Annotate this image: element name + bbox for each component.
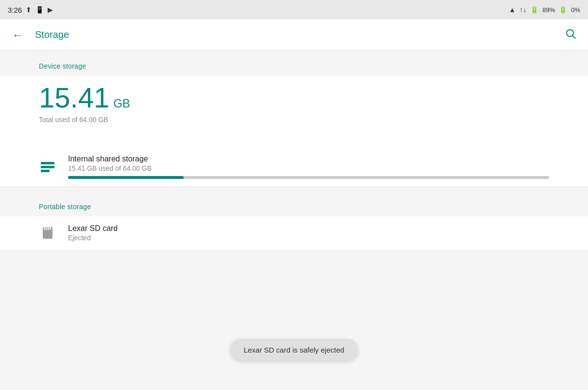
internal-storage-subtitle: 15.41 GB used of 64.00 GB bbox=[68, 164, 549, 172]
status-bar-left: 3:26 ⬆ 📱 ▶ bbox=[8, 6, 53, 14]
battery-icon: 🔋 bbox=[530, 6, 538, 14]
battery-percent: 89% bbox=[542, 6, 555, 14]
toast-text: Lexar SD card is safely ejected bbox=[244, 346, 345, 354]
svg-rect-5 bbox=[48, 227, 49, 230]
signal-icon: ↑↓ bbox=[519, 6, 526, 14]
sd-card-icon bbox=[39, 224, 56, 242]
wifi-icon: ▲ bbox=[509, 6, 516, 14]
svg-rect-6 bbox=[50, 227, 51, 230]
storage-total-label: Total used of 64.00 GB bbox=[39, 114, 549, 135]
sd-card-subtitle: Ejected bbox=[68, 234, 549, 242]
internal-icon bbox=[41, 162, 54, 172]
portable-storage-section: Portable storage Lexar SD card Ejected bbox=[0, 191, 588, 249]
battery2-icon: 🔋 bbox=[559, 6, 567, 14]
storage-used-number: 15.41 bbox=[39, 84, 109, 112]
status-bar-right: ▲ ↑↓ 🔋 89% 🔋 0% bbox=[509, 6, 580, 14]
device-storage-header: Device storage bbox=[0, 51, 588, 76]
svg-rect-4 bbox=[46, 227, 47, 230]
sd-card-title: Lexar SD card bbox=[68, 224, 549, 233]
storage-unit: GB bbox=[113, 97, 130, 110]
search-icon bbox=[565, 28, 576, 42]
app-bar-left: ← Storage bbox=[8, 25, 69, 45]
play-icon: ▶ bbox=[48, 6, 53, 14]
status-time: 3:26 bbox=[8, 6, 22, 14]
internal-storage-title: Internal shared storage bbox=[68, 155, 549, 163]
back-arrow-icon: ← bbox=[12, 28, 23, 42]
sd-card-text: Lexar SD card Ejected bbox=[68, 224, 549, 242]
app-title: Storage bbox=[35, 29, 69, 40]
phone-icon: 📱 bbox=[35, 6, 44, 14]
toast-message: Lexar SD card is safely ejected bbox=[230, 339, 358, 361]
app-bar: ← Storage bbox=[0, 19, 588, 51]
search-button[interactable] bbox=[561, 25, 580, 45]
battery2-percent: 0% bbox=[571, 6, 580, 14]
svg-rect-3 bbox=[44, 227, 45, 230]
storage-number-row: 15.41 GB bbox=[39, 76, 549, 114]
svg-line-1 bbox=[573, 35, 576, 38]
internal-storage-text: Internal shared storage 15.41 GB used of… bbox=[68, 155, 549, 179]
internal-storage-icon bbox=[39, 158, 56, 176]
status-bar: 3:26 ⬆ 📱 ▶ ▲ ↑↓ 🔋 89% 🔋 0% bbox=[0, 0, 588, 19]
portable-storage-header: Portable storage bbox=[0, 191, 588, 216]
section-divider bbox=[0, 187, 588, 187]
storage-progress-bar bbox=[68, 176, 549, 179]
internal-storage-item[interactable]: Internal shared storage 15.41 GB used of… bbox=[0, 147, 588, 187]
sd-card-item[interactable]: Lexar SD card Ejected bbox=[0, 216, 588, 249]
storage-progress-fill bbox=[68, 176, 184, 179]
upload-icon: ⬆ bbox=[26, 6, 32, 14]
back-button[interactable]: ← bbox=[8, 25, 27, 45]
device-storage-section: Device storage 15.41 GB Total used of 64… bbox=[0, 51, 588, 187]
